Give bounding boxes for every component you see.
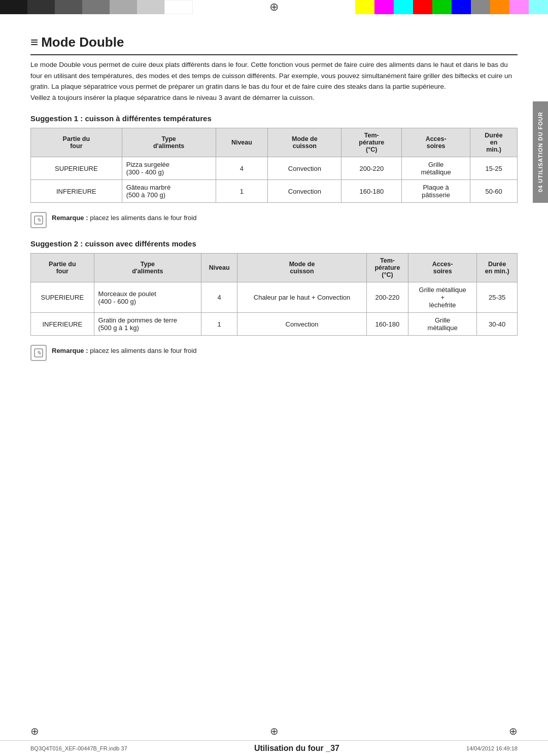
svg-text:✎: ✎ (37, 217, 41, 223)
top-bar-left (0, 0, 193, 14)
th-acces-2: Acces-soires (408, 254, 477, 282)
th-mode-1: Mode decuisson (268, 128, 341, 157)
th-partie-1: Partie dufour (31, 128, 122, 157)
svg-text:✎: ✎ (37, 350, 41, 356)
color-swatch (137, 0, 164, 14)
th-acces-1: Acces-soires (402, 128, 470, 157)
td-duree: 15-25 (470, 157, 518, 180)
intro-paragraph: Le mode Double vous permet de cuire deux… (30, 59, 518, 103)
table1: Partie dufour Typed'aliments Niveau Mode… (30, 128, 518, 203)
th-niveau-1: Niveau (216, 128, 268, 157)
color-swatch (82, 0, 110, 14)
note-content-1: placez les aliments dans le four froid (90, 214, 196, 222)
th-type-1: Typed'aliments (122, 128, 216, 157)
th-partie-2: Partie dufour (31, 254, 94, 282)
page-footer: BQ3Q4T016_XEF-00447B_FR.indb 37 Utilisat… (0, 740, 548, 756)
pencil-icon: ✎ (34, 348, 43, 357)
td-partie: INFERIEURE (31, 180, 122, 203)
footer-file-info: BQ3Q4T016_XEF-00447B_FR.indb 37 (30, 745, 127, 751)
color-swatch (452, 0, 471, 14)
color-swatch (55, 0, 82, 14)
note-content-2: placez les aliments dans le four froid (90, 347, 196, 354)
color-swatch (432, 0, 452, 14)
note-icon-2: ✎ (30, 345, 47, 361)
td-acces: Grille métallique+lèchefrite (408, 282, 477, 313)
td-duree: 50-60 (470, 180, 518, 203)
td-partie: SUPERIEURE (31, 282, 94, 313)
note-text-1: Remarque : placez les aliments dans le f… (52, 211, 196, 223)
side-tab-label: 04 UTILISATION DU FOUR (537, 112, 543, 193)
td-niveau: 1 (201, 313, 237, 336)
th-duree-2: Duréeen min.) (477, 254, 518, 282)
td-partie: INFERIEURE (31, 313, 94, 336)
note-box-1: ✎ Remarque : placez les aliments dans le… (30, 211, 518, 228)
color-swatch (374, 0, 394, 14)
table-row: SUPERIEURE Pizza surgelée(300 - 400 g) 4… (31, 157, 518, 180)
table2-section-header: Suggestion 2 : cuisson avec différents m… (30, 239, 518, 248)
td-acces: Plaque àpâtisserie (402, 180, 470, 203)
td-duree: 25-35 (477, 282, 518, 313)
td-type: Gratin de pommes de terre(500 g à 1 kg) (94, 313, 201, 336)
table1-section-header: Suggestion 1 : cuisson à différentes tem… (30, 114, 518, 123)
td-temp: 200-220 (366, 282, 408, 313)
td-acces: Grillemétallique (408, 313, 477, 336)
color-swatch (509, 0, 529, 14)
bottom-crosshair-left: ⊕ (30, 725, 39, 737)
note-box-2: ✎ Remarque : placez les aliments dans le… (30, 344, 518, 361)
td-mode: Convection (268, 157, 341, 180)
th-duree-1: Duréeenmin.) (470, 128, 518, 157)
footer-page-number: Utilisation du four _37 (254, 744, 339, 753)
top-color-bar: ⊕ (0, 0, 548, 14)
td-duree: 30-40 (477, 313, 518, 336)
table-row: SUPERIEURE Morceaux de poulet(400 - 600 … (31, 282, 518, 313)
th-niveau-2: Niveau (201, 254, 237, 282)
td-type: Morceaux de poulet(400 - 600 g) (94, 282, 201, 313)
color-swatch (490, 0, 509, 14)
bottom-crosshair-right: ⊕ (509, 725, 518, 737)
title-icon: ≡ (30, 34, 38, 50)
td-acces: Grillemétallique (402, 157, 470, 180)
th-temp-2: Tem-pérature(°C) (366, 254, 408, 282)
th-type-2: Typed'aliments (94, 254, 201, 282)
color-swatch (164, 0, 193, 14)
page-container: ≡Mode Double Le mode Double vous permet … (0, 14, 548, 403)
top-bar-right (355, 0, 548, 14)
th-temp-1: Tem-pérature(°C) (341, 128, 402, 157)
note-label-1: Remarque : (52, 214, 88, 222)
color-swatch (0, 0, 27, 14)
table2: Partie dufour Typed'aliments Niveau Mode… (30, 253, 518, 336)
td-type: Gâteau marbré(500 à 700 g) (122, 180, 216, 203)
td-niveau: 1 (216, 180, 268, 203)
td-partie: SUPERIEURE (31, 157, 122, 180)
td-temp: 160-180 (341, 180, 402, 203)
table-row: INFERIEURE Gratin de pommes de terre(500… (31, 313, 518, 336)
color-swatch (413, 0, 432, 14)
note-text-2: Remarque : placez les aliments dans le f… (52, 344, 196, 356)
td-mode: Convection (268, 180, 341, 203)
th-mode-2: Mode decuisson (237, 254, 367, 282)
main-content: ≡Mode Double Le mode Double vous permet … (0, 14, 548, 403)
td-temp: 200-220 (341, 157, 402, 180)
color-swatch (529, 0, 548, 14)
note-icon-1: ✎ (30, 212, 47, 228)
top-crosshair: ⊕ (193, 0, 355, 14)
td-mode: Chaleur par le haut + Convection (237, 282, 367, 313)
td-temp: 160-180 (366, 313, 408, 336)
pencil-icon: ✎ (34, 215, 43, 225)
color-swatch (355, 0, 374, 14)
side-tab: 04 UTILISATION DU FOUR (533, 101, 548, 203)
crosshair-icon: ⊕ (269, 1, 279, 14)
note-label-2: Remarque : (52, 347, 88, 354)
color-swatch (110, 0, 137, 14)
footer: ⊕ ⊕ ⊕ BQ3Q4T016_XEF-00447B_FR.indb 37 Ut… (0, 723, 548, 756)
bottom-crosshair-center: ⊕ (270, 725, 279, 737)
bottom-crosshairs: ⊕ ⊕ ⊕ (0, 723, 548, 739)
page-title: ≡Mode Double (30, 34, 518, 55)
td-mode: Convection (237, 313, 367, 336)
td-niveau: 4 (216, 157, 268, 180)
td-type: Pizza surgelée(300 - 400 g) (122, 157, 216, 180)
color-swatch (471, 0, 490, 14)
td-niveau: 4 (201, 282, 237, 313)
table-row: INFERIEURE Gâteau marbré(500 à 700 g) 1 … (31, 180, 518, 203)
color-swatch (27, 0, 55, 14)
